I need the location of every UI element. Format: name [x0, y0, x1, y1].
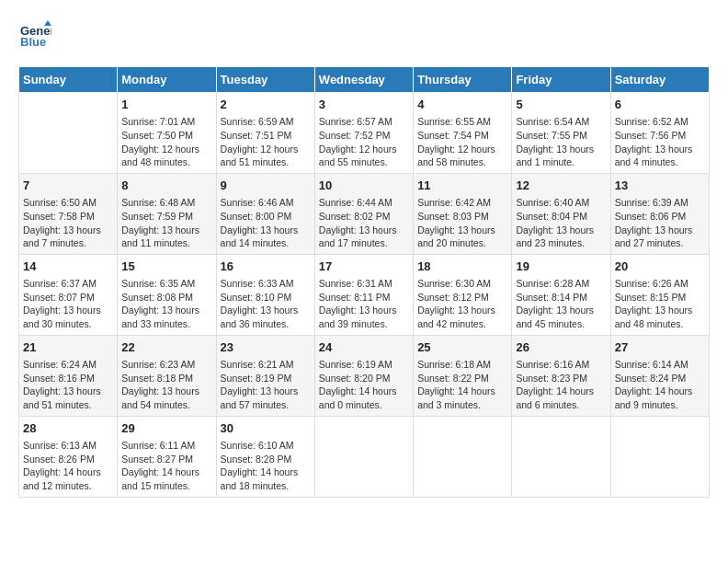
day-number: 5	[516, 97, 606, 113]
calendar-cell: 29Sunrise: 6:11 AM Sunset: 8:27 PM Dayli…	[118, 416, 216, 497]
calendar-cell	[512, 416, 610, 497]
day-number: 19	[516, 259, 606, 275]
calendar-row: 14Sunrise: 6:37 AM Sunset: 8:07 PM Dayli…	[19, 254, 710, 335]
calendar-row: 1Sunrise: 7:01 AM Sunset: 7:50 PM Daylig…	[19, 93, 710, 174]
calendar-cell: 5Sunrise: 6:54 AM Sunset: 7:55 PM Daylig…	[512, 93, 610, 174]
calendar-cell: 14Sunrise: 6:37 AM Sunset: 8:07 PM Dayli…	[19, 254, 118, 335]
day-number: 23	[221, 339, 311, 356]
day-number: 15	[121, 259, 211, 275]
calendar-cell: 4Sunrise: 6:55 AM Sunset: 7:54 PM Daylig…	[414, 93, 512, 174]
day-number: 7	[23, 178, 113, 194]
day-info: Sunrise: 6:23 AM Sunset: 8:18 PM Dayligh…	[121, 358, 211, 412]
header-sunday: Sunday	[19, 67, 118, 93]
calendar-cell: 28Sunrise: 6:13 AM Sunset: 8:26 PM Dayli…	[19, 416, 118, 497]
calendar-cell: 27Sunrise: 6:14 AM Sunset: 8:24 PM Dayli…	[610, 335, 709, 416]
calendar-cell: 10Sunrise: 6:44 AM Sunset: 8:02 PM Dayli…	[314, 173, 413, 254]
calendar-row: 7Sunrise: 6:50 AM Sunset: 7:58 PM Daylig…	[19, 173, 710, 254]
calendar-cell: 22Sunrise: 6:23 AM Sunset: 8:18 PM Dayli…	[118, 335, 216, 416]
day-info: Sunrise: 6:10 AM Sunset: 8:28 PM Dayligh…	[221, 439, 311, 493]
day-number: 6	[615, 97, 705, 113]
day-info: Sunrise: 6:26 AM Sunset: 8:15 PM Dayligh…	[615, 277, 705, 331]
day-info: Sunrise: 6:44 AM Sunset: 8:02 PM Dayligh…	[319, 196, 409, 250]
header-wednesday: Wednesday	[314, 67, 413, 93]
day-info: Sunrise: 7:01 AM Sunset: 7:50 PM Dayligh…	[121, 115, 211, 169]
day-number: 9	[221, 178, 311, 194]
calendar-cell	[314, 416, 413, 497]
calendar-cell: 16Sunrise: 6:33 AM Sunset: 8:10 PM Dayli…	[216, 254, 314, 335]
day-number: 30	[221, 420, 311, 437]
day-number: 12	[516, 178, 606, 194]
day-info: Sunrise: 6:18 AM Sunset: 8:22 PM Dayligh…	[417, 358, 507, 412]
calendar-cell: 11Sunrise: 6:42 AM Sunset: 8:03 PM Dayli…	[414, 173, 512, 254]
calendar-cell: 17Sunrise: 6:31 AM Sunset: 8:11 PM Dayli…	[314, 254, 413, 335]
day-info: Sunrise: 6:28 AM Sunset: 8:14 PM Dayligh…	[516, 277, 606, 331]
header-tuesday: Tuesday	[216, 67, 314, 93]
header-monday: Monday	[118, 67, 216, 93]
header-thursday: Thursday	[414, 67, 512, 93]
day-number: 25	[417, 339, 507, 356]
day-info: Sunrise: 6:52 AM Sunset: 7:56 PM Dayligh…	[615, 115, 705, 169]
calendar-cell: 1Sunrise: 7:01 AM Sunset: 7:50 PM Daylig…	[118, 93, 216, 174]
day-number: 29	[121, 420, 211, 437]
day-info: Sunrise: 6:16 AM Sunset: 8:23 PM Dayligh…	[516, 358, 606, 412]
day-info: Sunrise: 6:19 AM Sunset: 8:20 PM Dayligh…	[319, 358, 409, 412]
calendar-cell: 12Sunrise: 6:40 AM Sunset: 8:04 PM Dayli…	[512, 173, 610, 254]
svg-marker-2	[44, 20, 51, 26]
calendar-cell: 19Sunrise: 6:28 AM Sunset: 8:14 PM Dayli…	[512, 254, 610, 335]
day-number: 3	[319, 97, 409, 113]
calendar-cell: 6Sunrise: 6:52 AM Sunset: 7:56 PM Daylig…	[610, 93, 709, 174]
day-number: 20	[615, 259, 705, 275]
day-info: Sunrise: 6:42 AM Sunset: 8:03 PM Dayligh…	[417, 196, 507, 250]
day-number: 4	[417, 97, 507, 113]
calendar-cell: 23Sunrise: 6:21 AM Sunset: 8:19 PM Dayli…	[216, 335, 314, 416]
day-number: 18	[417, 259, 507, 275]
day-info: Sunrise: 6:54 AM Sunset: 7:55 PM Dayligh…	[516, 115, 606, 169]
day-info: Sunrise: 6:46 AM Sunset: 8:00 PM Dayligh…	[221, 196, 311, 250]
day-info: Sunrise: 6:50 AM Sunset: 7:58 PM Dayligh…	[23, 196, 113, 250]
calendar-table: SundayMondayTuesdayWednesdayThursdayFrid…	[18, 66, 710, 498]
day-info: Sunrise: 6:14 AM Sunset: 8:24 PM Dayligh…	[615, 358, 705, 412]
calendar-cell: 25Sunrise: 6:18 AM Sunset: 8:22 PM Dayli…	[414, 335, 512, 416]
day-number: 21	[23, 339, 113, 356]
calendar-cell: 8Sunrise: 6:48 AM Sunset: 7:59 PM Daylig…	[118, 173, 216, 254]
day-number: 11	[417, 178, 507, 194]
day-number: 24	[319, 339, 409, 356]
day-info: Sunrise: 6:31 AM Sunset: 8:11 PM Dayligh…	[319, 277, 409, 331]
logo: General Blue	[18, 18, 55, 52]
day-info: Sunrise: 6:55 AM Sunset: 7:54 PM Dayligh…	[417, 115, 507, 169]
calendar-cell: 3Sunrise: 6:57 AM Sunset: 7:52 PM Daylig…	[314, 93, 413, 174]
day-info: Sunrise: 6:40 AM Sunset: 8:04 PM Dayligh…	[516, 196, 606, 250]
day-number: 1	[121, 97, 211, 113]
day-info: Sunrise: 6:13 AM Sunset: 8:26 PM Dayligh…	[23, 439, 113, 493]
day-number: 2	[221, 97, 311, 113]
calendar-cell: 9Sunrise: 6:46 AM Sunset: 8:00 PM Daylig…	[216, 173, 314, 254]
logo-icon: General Blue	[18, 18, 51, 52]
calendar-cell: 20Sunrise: 6:26 AM Sunset: 8:15 PM Dayli…	[610, 254, 709, 335]
calendar-header-row: SundayMondayTuesdayWednesdayThursdayFrid…	[19, 67, 710, 93]
day-info: Sunrise: 6:33 AM Sunset: 8:10 PM Dayligh…	[221, 277, 311, 331]
day-info: Sunrise: 6:35 AM Sunset: 8:08 PM Dayligh…	[121, 277, 211, 331]
day-number: 8	[121, 178, 211, 194]
day-number: 17	[319, 259, 409, 275]
day-number: 28	[23, 420, 113, 437]
day-number: 10	[319, 178, 409, 194]
header-friday: Friday	[512, 67, 610, 93]
day-number: 27	[615, 339, 705, 356]
calendar-row: 21Sunrise: 6:24 AM Sunset: 8:16 PM Dayli…	[19, 335, 710, 416]
calendar-row: 28Sunrise: 6:13 AM Sunset: 8:26 PM Dayli…	[19, 416, 710, 497]
calendar-cell: 18Sunrise: 6:30 AM Sunset: 8:12 PM Dayli…	[414, 254, 512, 335]
calendar-cell: 13Sunrise: 6:39 AM Sunset: 8:06 PM Dayli…	[610, 173, 709, 254]
day-info: Sunrise: 6:11 AM Sunset: 8:27 PM Dayligh…	[121, 439, 211, 493]
header-saturday: Saturday	[610, 67, 709, 93]
day-info: Sunrise: 6:59 AM Sunset: 7:51 PM Dayligh…	[221, 115, 311, 169]
calendar-cell: 24Sunrise: 6:19 AM Sunset: 8:20 PM Dayli…	[314, 335, 413, 416]
calendar-cell: 7Sunrise: 6:50 AM Sunset: 7:58 PM Daylig…	[19, 173, 118, 254]
calendar-cell: 26Sunrise: 6:16 AM Sunset: 8:23 PM Dayli…	[512, 335, 610, 416]
calendar-cell: 30Sunrise: 6:10 AM Sunset: 8:28 PM Dayli…	[216, 416, 314, 497]
day-info: Sunrise: 6:39 AM Sunset: 8:06 PM Dayligh…	[615, 196, 705, 250]
day-number: 14	[23, 259, 113, 275]
day-number: 16	[221, 259, 311, 275]
calendar-cell	[414, 416, 512, 497]
day-number: 13	[615, 178, 705, 194]
calendar-cell: 21Sunrise: 6:24 AM Sunset: 8:16 PM Dayli…	[19, 335, 118, 416]
